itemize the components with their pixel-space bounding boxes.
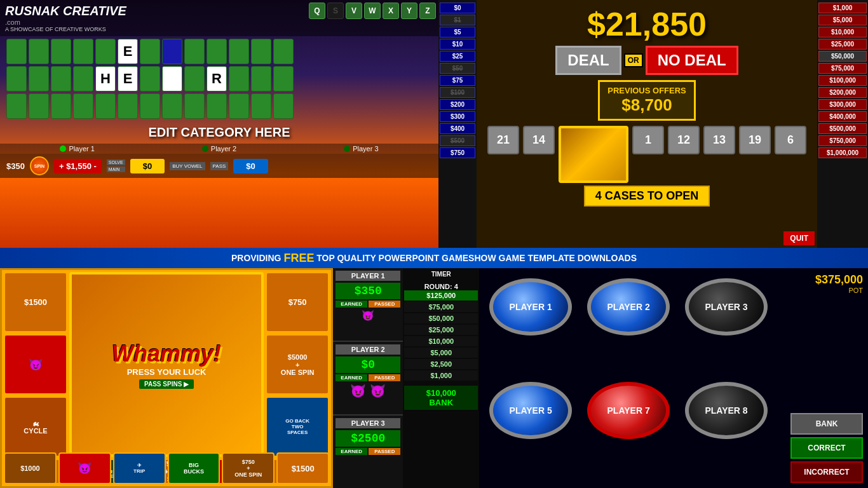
key-V[interactable]: V	[346, 3, 362, 19]
pyl-cell-1500a[interactable]: $1500	[4, 272, 67, 332]
money-1m: $1,000,000	[818, 147, 867, 158]
pass-btn[interactable]: PASS	[210, 162, 229, 170]
player2-passed: PASSED	[369, 374, 400, 381]
cell	[251, 66, 271, 92]
player2-button[interactable]: PLAYER 2	[587, 278, 670, 336]
briefcase-gold[interactable]	[559, 126, 628, 183]
briefcase-12[interactable]: 12	[668, 126, 700, 154]
pyl-cell-5000[interactable]: $5000+ONE SPIN	[266, 334, 329, 395]
player8-button[interactable]: PLAYER 8	[685, 382, 768, 439]
money-list-left: $0 $1 $5 $10 $25 $50 $75 $100 $200 $300 …	[438, 0, 477, 248]
prev-offers-label: PREVIOUS OFFERS	[607, 86, 686, 95]
player3-score-value: $2500	[336, 430, 400, 447]
scores-panel: PLAYER 1 $350 EARNED PASSED 😈 PLAYER 2 $…	[333, 268, 403, 488]
amount-75k[interactable]: $75,000	[404, 302, 478, 312]
cell	[207, 39, 227, 64]
key-Q[interactable]: Q	[309, 3, 325, 19]
player1-whammy: 😈	[336, 309, 400, 322]
player1-button[interactable]: PLAYER 1	[489, 278, 572, 336]
briefcase-21[interactable]: 21	[487, 126, 519, 154]
correct-button[interactable]: CORRECT	[790, 437, 863, 459]
pyl-cell-cycle[interactable]: 🏍CYCLE	[4, 396, 67, 457]
money-1k: $1,000	[818, 3, 867, 13]
money-400k: $400,000	[818, 111, 867, 122]
player3-dot	[344, 146, 350, 152]
no-deal-button[interactable]: NO DEAL	[646, 46, 738, 75]
main-btn[interactable]: MAIN	[107, 166, 125, 172]
solve-btn[interactable]: SOLVE	[107, 159, 125, 165]
key-X[interactable]: X	[383, 3, 399, 19]
player2-dot	[202, 146, 208, 152]
player2-section: PLAYER 2 $0 EARNED PASSED 😈 😈	[333, 342, 403, 416]
briefcase-14[interactable]: 14	[523, 126, 555, 154]
player-buttons-grid: PLAYER 1 PLAYER 2 PLAYER 3 PLAYER 5 PLAY…	[479, 268, 785, 488]
player3-button[interactable]: PLAYER 3	[685, 278, 768, 336]
player5-button[interactable]: PLAYER 5	[489, 382, 572, 439]
money-750k: $750,000	[818, 135, 867, 146]
money-1: $1	[440, 15, 475, 25]
player3-label: PLAYER 3	[336, 418, 400, 428]
pass-spins-btn[interactable]: PASS SPINS ▶	[139, 379, 194, 389]
wheel-panel: TIMER ROUND: 4 $125,000 $75,000 $50,000 …	[403, 268, 479, 488]
pyl-bottom-750[interactable]: $750+ONE SPIN	[222, 452, 275, 484]
cell-R: R	[207, 66, 227, 92]
pyl-cell-whammy1[interactable]: 😈	[4, 334, 67, 395]
player3-score[interactable]: $0	[233, 159, 268, 173]
cell	[207, 93, 227, 119]
player7-button[interactable]: PLAYER 7	[587, 382, 670, 439]
money-300: $300	[440, 111, 475, 122]
dond-panel: $0 $1 $5 $10 $25 $50 $75 $100 $200 $300 …	[438, 0, 868, 248]
player1-score[interactable]: + $1,550 -	[54, 159, 102, 173]
cell	[184, 39, 205, 64]
key-S[interactable]: S	[327, 3, 344, 19]
pyl-cell-goback[interactable]: GO BACKTWOSPACES	[266, 396, 329, 457]
amount-5k[interactable]: $5,000	[404, 348, 478, 358]
key-Z[interactable]: Z	[419, 3, 436, 19]
pyl-cell-750[interactable]: $750	[266, 272, 329, 332]
briefcase-1[interactable]: 1	[632, 126, 664, 154]
key-Y[interactable]: Y	[401, 3, 417, 19]
amount-125k[interactable]: $125,000	[404, 290, 478, 301]
cell	[251, 93, 271, 119]
cell	[95, 39, 116, 64]
amount-2500[interactable]: $2,500	[404, 359, 478, 369]
briefcase-19[interactable]: 19	[739, 126, 771, 154]
pyl-whammy-center: Whammy! PRESS YOUR LUCK PASS SPINS ▶	[69, 272, 264, 457]
cell	[162, 93, 182, 119]
cell	[51, 93, 71, 119]
briefcase-6[interactable]: 6	[775, 126, 806, 154]
pyl-bottom-trip[interactable]: ✈TRIP	[113, 452, 166, 484]
pyl-bottom-whammy[interactable]: 😈	[58, 452, 111, 484]
cell-blank	[162, 66, 182, 92]
quit-button[interactable]: QUIT	[783, 231, 815, 245]
amount-1k[interactable]: $1,000	[404, 370, 478, 381]
player2-whammy: 😈 😈	[336, 383, 400, 398]
bank-button[interactable]: BANK	[790, 413, 863, 435]
money-300k: $300,000	[818, 99, 867, 110]
player1-section: PLAYER 1 $350 EARNED PASSED 😈	[333, 268, 403, 342]
cell	[140, 66, 160, 92]
amount-50k[interactable]: $50,000	[404, 313, 478, 323]
pyl-bottom-1500[interactable]: $1500	[276, 452, 329, 484]
player2-score[interactable]: $0	[130, 159, 165, 173]
cell	[73, 93, 93, 119]
money-75: $75	[440, 75, 475, 86]
cell	[184, 66, 205, 92]
cell	[73, 66, 93, 92]
money-25k: $25,000	[818, 39, 867, 50]
keyboard-letters: Q S V W X Y Z	[309, 3, 436, 19]
cell	[29, 66, 49, 92]
key-W[interactable]: W	[364, 3, 381, 19]
cell	[6, 93, 27, 119]
money-500: $500	[440, 135, 475, 146]
amount-25k[interactable]: $25,000	[404, 325, 478, 335]
briefcase-13[interactable]: 13	[703, 126, 735, 154]
buy-vowel-btn[interactable]: BUY VOWEL	[170, 162, 205, 170]
incorrect-button[interactable]: INCORRECT	[790, 461, 863, 483]
deal-button[interactable]: DEAL	[555, 46, 621, 75]
player1-earned: EARNED	[336, 301, 367, 308]
pyl-bottom-bigbucks[interactable]: BIGBUCKS	[168, 452, 220, 484]
amount-10k[interactable]: $10,000	[404, 336, 478, 346]
cell	[73, 39, 93, 64]
pyl-bottom-1000[interactable]: $1000	[4, 452, 57, 484]
